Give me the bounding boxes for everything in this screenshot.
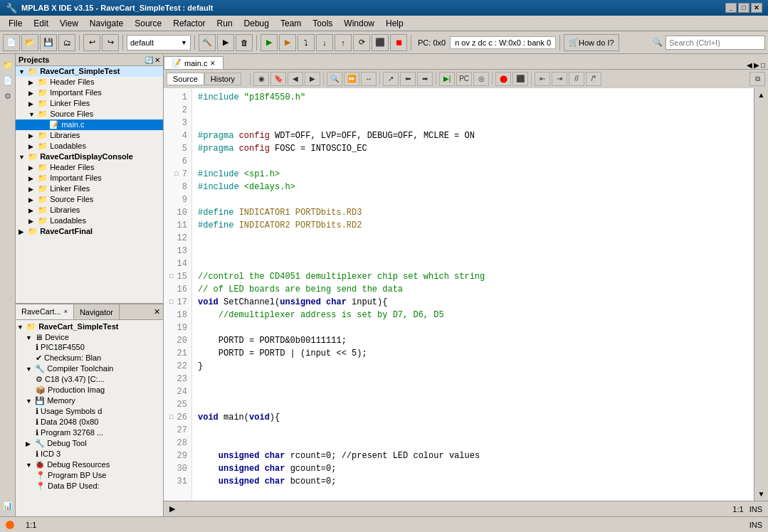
code-line[interactable] — [198, 193, 748, 206]
code-line[interactable]: #include <spi.h> — [198, 168, 748, 181]
run-button[interactable]: ▶ — [261, 34, 278, 51]
navigate-back-button[interactable]: ⬅ — [400, 72, 416, 86]
code-line[interactable]: #define INDICATOR2 PORTDbits.RD2 — [198, 219, 748, 232]
dashboard-icon[interactable]: 📊 — [0, 498, 16, 514]
code-line[interactable]: // of LED boards are being send the data — [198, 283, 748, 296]
nav-node-program-bp[interactable]: 📍 Program BP Use — [17, 470, 162, 481]
clean-button[interactable]: 🗑 — [236, 34, 253, 51]
menu-view[interactable]: View — [54, 16, 84, 31]
nav-node-usage-symbols[interactable]: ℹ Usage Symbols d — [17, 406, 162, 417]
nav-node-pic18f4550[interactable]: ℹ PIC18F4550 — [17, 342, 162, 353]
outdent-button[interactable]: ⇤ — [535, 72, 550, 86]
tree-sync-icon[interactable]: 🔄 — [144, 56, 153, 64]
code-line[interactable] — [198, 117, 748, 129]
new-button[interactable]: 📄 — [3, 34, 20, 51]
toggle-breakpoint-button[interactable]: ◉ — [253, 72, 269, 86]
breakpoint-button2[interactable]: ⬤ — [495, 72, 511, 86]
panel-close-icon[interactable]: ✕ — [154, 307, 160, 316]
menu-navigate[interactable]: Navigate — [84, 16, 129, 31]
tree-node-libraries-2[interactable]: ▶ 📁 Libraries — [16, 205, 163, 216]
project-node-display-console[interactable]: ▼ 📁 RaveCartDisplayConsole — [16, 151, 163, 162]
scroll-up-icon[interactable]: ▲ — [758, 91, 765, 99]
code-line[interactable] — [198, 424, 748, 437]
tree-node-linker-files-2[interactable]: ▶ 📁 Linker Files — [16, 183, 163, 194]
run-to-cursor-button[interactable]: ▶| — [439, 72, 455, 86]
maximize-editor-icon[interactable]: □ — [761, 61, 765, 69]
code-line[interactable]: #include <delays.h> — [198, 181, 748, 193]
code-line[interactable]: #pragma config WDT=OFF, LVP=OFF, DEBUG=O… — [198, 129, 748, 142]
code-line[interactable] — [198, 232, 748, 245]
code-line[interactable] — [198, 398, 748, 411]
tab-navigator[interactable]: Navigator — [74, 304, 120, 319]
menu-refactor[interactable]: Refactor — [167, 16, 211, 31]
nav-node-production[interactable]: 📦 Production Imag — [17, 385, 162, 395]
build-config-dropdown[interactable]: default ▼ — [127, 35, 191, 50]
indent-button[interactable]: ⇥ — [552, 72, 567, 86]
stop-button[interactable]: ◼ — [390, 34, 407, 51]
nav-node-c18[interactable]: ⚙ C18 (v3.47) [C:... — [17, 374, 162, 385]
find-button[interactable]: 🔍 — [327, 72, 342, 86]
goto-line-button[interactable]: ↗ — [383, 72, 399, 86]
nav-node-memory[interactable]: ▼ 💾 Memory — [17, 395, 162, 406]
tab-ravecart[interactable]: RaveCart... × — [16, 304, 74, 319]
tree-node-source-files-1[interactable]: ▼ 📁 Source Files — [16, 109, 163, 119]
debug-button[interactable]: ▶ — [279, 34, 296, 51]
code-line[interactable]: #pragma config FOSC = INTOSCIO_EC — [198, 142, 748, 155]
project-node-ravecart-simpletest[interactable]: ▼ 📁 RaveCart_SimpleTest — [16, 66, 163, 77]
make-button[interactable]: 🔨 — [199, 34, 216, 51]
comment-button[interactable]: // — [569, 72, 584, 86]
nav-node-icd3[interactable]: ℹ ICD 3 — [17, 449, 162, 459]
nav-node-compiler[interactable]: ▼ 🔧 Compiler Toolchain — [17, 363, 162, 374]
minimize-button[interactable]: _ — [725, 3, 737, 13]
nav-node-debug-resources[interactable]: ▼ 🐞 Debug Resources — [17, 459, 162, 470]
scroll-down-icon[interactable]: ▼ — [758, 490, 765, 498]
tree-node-libraries-1[interactable]: ▶ 📁 Libraries — [16, 130, 163, 141]
find-next-button[interactable]: ⏩ — [344, 72, 359, 86]
files-icon[interactable]: 📄 — [0, 73, 16, 88]
menu-debug[interactable]: Debug — [238, 16, 275, 31]
toggle-bookmark-button[interactable]: 🔖 — [270, 72, 286, 86]
redo-button[interactable]: ↪ — [102, 34, 119, 51]
save-all-button[interactable]: 🗂 — [58, 34, 75, 51]
menu-edit[interactable]: Edit — [28, 16, 54, 31]
code-line[interactable]: //control the CD4051 demultiplexer chip … — [198, 270, 748, 283]
tree-node-header-files-2[interactable]: ▶ 📁 Header Files — [16, 162, 163, 173]
nav-node-data-bp[interactable]: 📍 Data BP Used: — [17, 481, 162, 491]
code-line[interactable]: void SetChannel(unsigned char input){ — [198, 296, 748, 309]
split-editor-button[interactable]: ⧉ — [749, 72, 765, 86]
code-line[interactable] — [198, 257, 748, 270]
sub-tab-history[interactable]: History — [204, 73, 241, 85]
cart-button[interactable]: 🛒 How do I? — [564, 34, 619, 51]
fold-marker-icon[interactable]: □ — [167, 296, 176, 309]
reset-button[interactable]: ⟳ — [353, 34, 370, 51]
code-line[interactable]: unsigned char bcount=0; — [198, 475, 748, 488]
menu-file[interactable]: File — [3, 16, 28, 31]
menu-window[interactable]: Window — [338, 16, 380, 31]
build-button[interactable]: ▶ — [217, 34, 234, 51]
set-pc-button[interactable]: PC — [456, 72, 472, 86]
tree-node-loadables-1[interactable]: ▶ 📁 Loadables — [16, 141, 163, 151]
save-button[interactable]: 💾 — [40, 34, 57, 51]
next-bookmark-button[interactable]: ▶ — [305, 72, 320, 86]
code-line[interactable]: unsigned char gcount=0; — [198, 462, 748, 475]
code-line[interactable] — [198, 104, 748, 117]
code-line[interactable]: } — [198, 360, 748, 373]
prev-bookmark-button[interactable]: ◀ — [288, 72, 303, 86]
fold-marker-icon[interactable]: □ — [167, 411, 176, 424]
step-over-button[interactable]: ⤵ — [298, 34, 315, 51]
menu-tools[interactable]: Tools — [307, 16, 338, 31]
code-line[interactable] — [198, 321, 748, 334]
tree-close-icon[interactable]: ✕ — [154, 56, 160, 64]
step-out-button[interactable]: ↑ — [335, 34, 352, 51]
code-line[interactable] — [198, 437, 748, 449]
maximize-button[interactable]: □ — [738, 3, 749, 13]
services-icon[interactable]: ⚙ — [0, 88, 16, 104]
tab-close-icon[interactable]: × — [64, 308, 68, 315]
code-line[interactable] — [198, 373, 748, 385]
code-line[interactable] — [198, 155, 748, 168]
focus-cursor-button[interactable]: ◎ — [473, 72, 489, 86]
search-input[interactable] — [666, 36, 765, 50]
code-content[interactable]: #include "p18f4550.h" #pragma config WDT… — [192, 88, 754, 501]
step-into-button[interactable]: ↓ — [316, 34, 333, 51]
project-node-ravecart-final[interactable]: ▶ 📁 RaveCartFinal — [16, 226, 163, 237]
